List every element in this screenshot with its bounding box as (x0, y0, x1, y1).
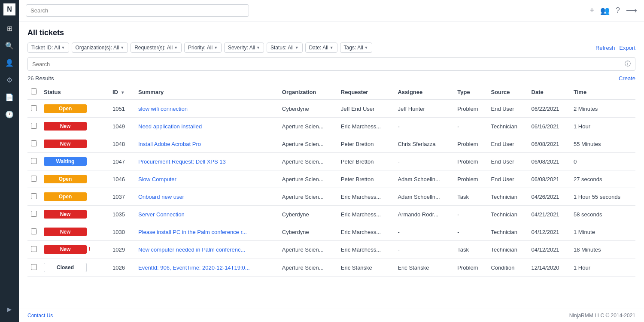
sidebar-item-search[interactable]: 🔍 (2, 38, 17, 53)
id-cell: 1029 (109, 241, 135, 258)
main-content: + 👥 ? ⟶ All tickets Ticket ID: All ▼ Org… (19, 0, 644, 322)
ticket-id-filter[interactable]: Ticket ID: All ▼ (27, 43, 69, 53)
date-cell: 04/26/2021 (528, 188, 570, 206)
requester-cell: Eric Marchess... (337, 188, 395, 206)
assignee-cell: - (394, 118, 454, 135)
source-cell: Technician (487, 188, 528, 206)
id-cell: 1046 (109, 170, 135, 188)
severity-filter[interactable]: Severity: All ▼ (224, 43, 264, 53)
assignee-cell: - (394, 241, 454, 258)
tags-filter[interactable]: Tags: All ▼ (340, 43, 372, 53)
time-cell: 27 seconds (570, 170, 635, 188)
row-checkbox[interactable] (31, 105, 37, 111)
filters-bar: Ticket ID: All ▼ Organization(s): All ▼ … (27, 43, 635, 53)
row-checkbox[interactable] (31, 140, 37, 146)
table-search-input[interactable] (32, 61, 625, 67)
summary-cell: Install Adobe Acrobat Pro (135, 135, 279, 153)
sidebar-item-history[interactable]: 🕐 (2, 106, 17, 122)
ticket-link[interactable]: slow wifi connection (138, 106, 188, 112)
search-icon: 🔍 (5, 42, 14, 50)
status-filter[interactable]: Status: All ▼ (267, 43, 303, 53)
severity-label: Severity: (228, 45, 248, 51)
search-info-icon[interactable]: ⓘ (625, 60, 631, 68)
ticket-link[interactable]: Install Adobe Acrobat Pro (138, 141, 201, 147)
table-row: New1049Need application installedApertur… (27, 118, 635, 135)
row-checkbox[interactable] (31, 176, 37, 182)
logout-icon[interactable]: ⟶ (626, 6, 637, 15)
global-search-box[interactable] (26, 4, 249, 17)
time-cell: 1 Hour 55 seconds (570, 188, 635, 206)
type-column-header: Type (454, 85, 487, 100)
source-cell: End User (487, 170, 528, 188)
table-row: Open1051slow wifi connectionCyberdyneJef… (27, 100, 635, 118)
row-checkbox[interactable] (31, 264, 37, 270)
row-checkbox[interactable] (31, 193, 37, 199)
refresh-button[interactable]: Refresh (595, 45, 615, 51)
time-cell: 0 (570, 153, 635, 170)
priority-chevron: ▼ (214, 46, 218, 50)
summary-cell: slow wifi connection (135, 100, 279, 118)
sidebar-logo[interactable]: N (3, 3, 15, 15)
requester-cell: Eric Marchess... (337, 206, 395, 223)
status-cell: New (40, 118, 109, 135)
row-checkbox[interactable] (31, 246, 37, 252)
ticket-link[interactable]: Onboard new user (138, 194, 184, 200)
priority-filter[interactable]: Priority: All ▼ (184, 43, 222, 53)
help-icon[interactable]: ? (616, 6, 620, 15)
create-ticket-button[interactable]: Create (619, 75, 635, 82)
row-checkbox[interactable] (31, 158, 37, 164)
table-row: Open1037Onboard new userAperture Scien..… (27, 188, 635, 206)
tags-chevron: ▼ (365, 46, 368, 50)
summary-column-header: Summary (135, 85, 279, 100)
status-value: All (288, 45, 293, 51)
ticket-link[interactable]: Please install PC in the Palm conference… (138, 229, 247, 235)
manage-users-icon[interactable]: 👥 (600, 6, 610, 15)
select-all-checkbox[interactable] (31, 88, 37, 94)
row-checkbox-cell (27, 223, 40, 241)
sidebar-expand-button[interactable]: ▶ (2, 301, 17, 317)
global-search-input[interactable] (30, 7, 244, 14)
id-column-header[interactable]: ID ▼ (109, 85, 135, 100)
ticket-link[interactable]: Server Connection (138, 211, 185, 218)
requester-cell: Eric Marchess... (337, 223, 395, 241)
document-icon: 📄 (5, 93, 14, 101)
ticket-link[interactable]: Slow Computer (138, 176, 176, 182)
id-cell: 1049 (109, 118, 135, 135)
id-cell: 1047 (109, 153, 135, 170)
row-checkbox[interactable] (31, 123, 37, 129)
sidebar-item-settings[interactable]: ⚙ (2, 72, 17, 88)
date-filter[interactable]: Date: All ▼ (305, 43, 337, 53)
org-column-header: Organization (279, 85, 337, 100)
contact-us-link[interactable]: Contact Us (27, 313, 53, 319)
sidebar-item-dashboard[interactable]: ⊞ (2, 21, 17, 36)
row-checkbox[interactable] (31, 228, 37, 234)
status-cell: Open (40, 188, 109, 206)
ticket-link[interactable]: Procurement Request: Dell XPS 13 (138, 158, 226, 165)
row-checkbox[interactable] (31, 211, 37, 217)
ticket-link[interactable]: Need application installed (138, 123, 202, 130)
export-button[interactable]: Export (619, 45, 635, 51)
sidebar-item-users[interactable]: 👤 (2, 55, 17, 70)
ticket-link[interactable]: EventId: 906, EventTime: 2020-12-14T19:0… (138, 264, 250, 271)
organization-cell: Aperture Scien... (279, 153, 337, 170)
date-cell: 12/14/2020 (528, 258, 570, 277)
assignee-cell: Adam Schoelln... (394, 170, 454, 188)
tags-value: All (357, 45, 363, 51)
requester-filter[interactable]: Requester(s): All ▼ (131, 43, 182, 53)
add-button[interactable]: + (589, 6, 594, 15)
row-checkbox-cell (27, 118, 40, 135)
type-cell: Task (454, 188, 487, 206)
requester-column-header: Requester (337, 85, 395, 100)
org-label: Organization(s): (76, 45, 112, 51)
organization-filter[interactable]: Organization(s): All ▼ (72, 43, 128, 53)
date-column-header: Date (528, 85, 570, 100)
ticket-link[interactable]: New computer needed in Palm conferenc... (138, 246, 245, 253)
tickets-content: All tickets Ticket ID: All ▼ Organizatio… (19, 21, 644, 309)
org-value: All (113, 45, 119, 51)
sidebar-item-documents[interactable]: 📄 (2, 89, 17, 105)
requester-value: All (167, 45, 173, 51)
requester-cell: Eric Marchess... (337, 118, 395, 135)
requester-label: Requester(s): (134, 45, 166, 51)
source-cell: Technician (487, 206, 528, 223)
source-column-header: Source (487, 85, 528, 100)
